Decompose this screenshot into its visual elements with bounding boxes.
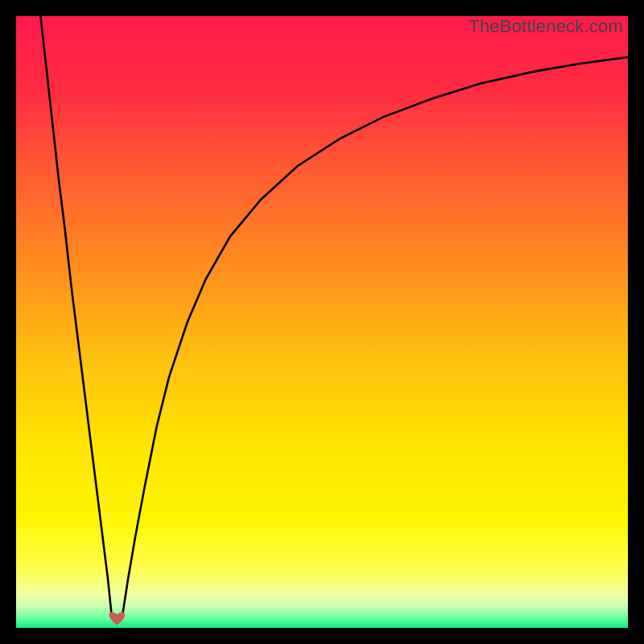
watermark-text: TheBottleneck.com <box>469 16 623 37</box>
plot-svg <box>16 16 628 628</box>
gradient-background <box>16 16 628 628</box>
plot-area: TheBottleneck.com <box>16 16 628 628</box>
chart-frame: TheBottleneck.com <box>0 0 644 644</box>
